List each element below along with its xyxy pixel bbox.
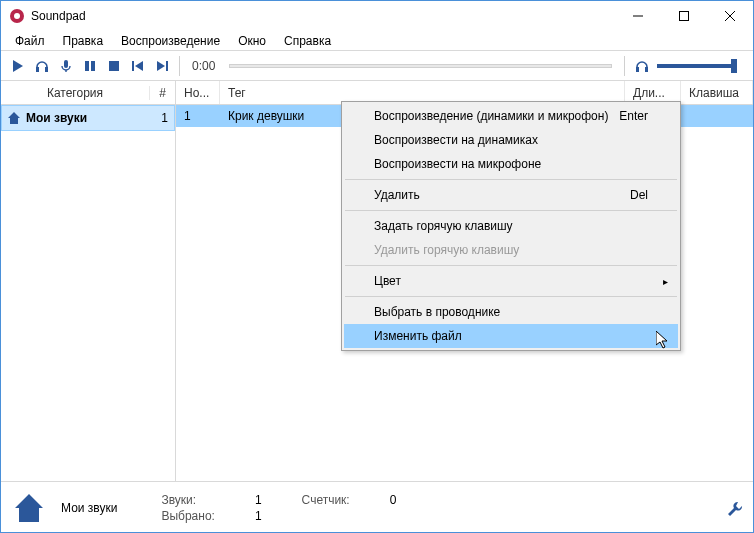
ctx-set-hotkey[interactable]: Задать горячую клавишу — [344, 214, 678, 238]
ctx-label: Изменить файл — [374, 329, 462, 343]
ctx-label: Удалить — [374, 188, 420, 202]
chevron-right-icon: ▸ — [663, 276, 668, 287]
menu-playback[interactable]: Воспроизведение — [113, 32, 228, 50]
svg-rect-18 — [636, 67, 639, 72]
ctx-label: Выбрать в проводнике — [374, 305, 500, 319]
ctx-separator — [345, 265, 677, 266]
menubar: Файл Правка Воспроизведение Окно Справка — [1, 31, 753, 51]
svg-rect-11 — [85, 61, 89, 71]
ctx-show-explorer[interactable]: Выбрать в проводнике — [344, 300, 678, 324]
minimize-button[interactable] — [615, 1, 661, 31]
home-large-icon — [11, 490, 47, 526]
status-counter-label: Счетчик: — [302, 493, 350, 507]
svg-marker-22 — [15, 494, 43, 522]
ctx-play-both[interactable]: Воспроизведение (динамики и микрофон) En… — [344, 104, 678, 128]
volume-slider[interactable] — [657, 64, 737, 68]
ctx-shortcut: Del — [630, 188, 648, 202]
svg-rect-7 — [36, 67, 39, 72]
pause-button[interactable] — [79, 55, 101, 77]
titlebar: Soundpad — [1, 1, 753, 31]
ctx-separator — [345, 179, 677, 180]
svg-rect-14 — [132, 61, 134, 71]
svg-rect-17 — [166, 61, 168, 71]
sidebar-header: Категория # — [1, 81, 175, 105]
svg-marker-6 — [13, 60, 23, 72]
toolbar: 0:00 — [1, 51, 753, 81]
svg-rect-13 — [109, 61, 119, 71]
statusbar: Мои звуки Звуки: 1 Счетчик: 0 Выбрано: 1 — [1, 481, 753, 533]
col-key[interactable]: Клавиша — [681, 81, 753, 104]
context-menu: Воспроизведение (динамики и микрофон) En… — [341, 101, 681, 351]
ctx-label: Удалить горячую клавишу — [374, 243, 519, 257]
ctx-label: Цвет — [374, 274, 401, 288]
play-button[interactable] — [7, 55, 29, 77]
menu-help[interactable]: Справка — [276, 32, 339, 50]
ctx-label: Воспроизведение (динамики и микрофон) — [374, 109, 608, 123]
sidebar-col-count[interactable]: # — [149, 86, 175, 100]
ctx-delete[interactable]: Удалить Del — [344, 183, 678, 207]
volume-thumb[interactable] — [731, 59, 737, 73]
menu-window[interactable]: Окно — [230, 32, 274, 50]
status-selected-label: Выбрано: — [161, 509, 214, 523]
sidebar-item-count: 1 — [150, 111, 170, 125]
svg-rect-19 — [645, 67, 648, 72]
mic-button[interactable] — [55, 55, 77, 77]
ctx-label: Воспроизвести на микрофоне — [374, 157, 541, 171]
wrench-icon[interactable] — [725, 499, 743, 517]
main-panel: Но... Тег Дли... Клавиша 1 Крик девушки … — [176, 81, 753, 481]
close-button[interactable] — [707, 1, 753, 31]
app-icon — [9, 8, 25, 24]
status-grid: Звуки: 1 Счетчик: 0 Выбрано: 1 — [161, 493, 396, 523]
headphones-button[interactable] — [31, 55, 53, 77]
toolbar-divider — [179, 56, 180, 76]
ctx-color[interactable]: Цвет ▸ — [344, 269, 678, 293]
body: Категория # Мои звуки 1 Но... Тег Дли...… — [1, 81, 753, 481]
svg-marker-16 — [157, 61, 165, 71]
next-button[interactable] — [151, 55, 173, 77]
window-controls — [615, 1, 753, 31]
sidebar-item-label: Мои звуки — [26, 111, 150, 125]
prev-button[interactable] — [127, 55, 149, 77]
ctx-label: Задать горячую клавишу — [374, 219, 513, 233]
status-category: Мои звуки — [61, 501, 117, 515]
maximize-button[interactable] — [661, 1, 707, 31]
ctx-play-mic[interactable]: Воспроизвести на микрофоне — [344, 152, 678, 176]
window-title: Soundpad — [31, 9, 615, 23]
ctx-shortcut: Enter — [619, 109, 648, 123]
ctx-remove-hotkey: Удалить горячую клавишу — [344, 238, 678, 262]
sidebar-item-my-sounds[interactable]: Мои звуки 1 — [1, 105, 175, 131]
ctx-separator — [345, 296, 677, 297]
svg-marker-15 — [135, 61, 143, 71]
ctx-play-speakers[interactable]: Воспроизвести на динамиках — [344, 128, 678, 152]
sidebar-col-category[interactable]: Категория — [1, 86, 149, 100]
time-display: 0:00 — [192, 59, 215, 73]
status-counter-value: 0 — [390, 493, 397, 507]
status-selected-value: 1 — [255, 509, 262, 523]
stop-button[interactable] — [103, 55, 125, 77]
svg-rect-12 — [91, 61, 95, 71]
menu-file[interactable]: Файл — [7, 32, 53, 50]
col-number[interactable]: Но... — [176, 81, 220, 104]
ctx-change-file[interactable]: Изменить файл — [344, 324, 678, 348]
toolbar-divider — [624, 56, 625, 76]
svg-point-1 — [14, 13, 20, 19]
status-sounds-value: 1 — [255, 493, 262, 507]
ctx-separator — [345, 210, 677, 211]
home-icon — [6, 110, 22, 126]
status-sounds-label: Звуки: — [161, 493, 214, 507]
cell-number: 1 — [176, 109, 220, 123]
volume-headphones-icon[interactable] — [635, 59, 651, 73]
sidebar: Категория # Мои звуки 1 — [1, 81, 176, 481]
svg-marker-20 — [8, 112, 20, 124]
ctx-label: Воспроизвести на динамиках — [374, 133, 538, 147]
svg-rect-8 — [45, 67, 48, 72]
seek-bar[interactable] — [229, 64, 612, 68]
svg-rect-9 — [64, 60, 68, 68]
menu-edit[interactable]: Правка — [55, 32, 112, 50]
svg-rect-3 — [680, 12, 689, 21]
